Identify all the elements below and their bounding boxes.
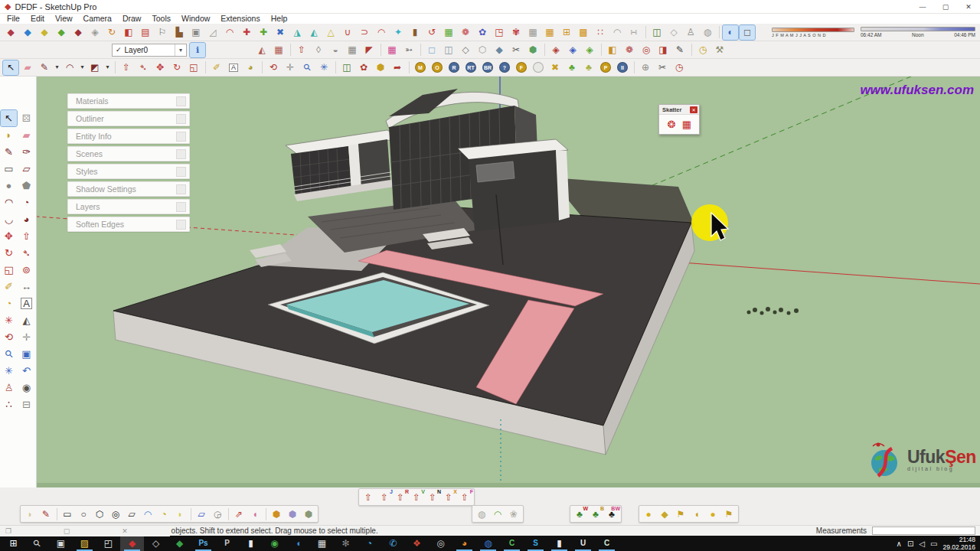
- tray-volume-icon[interactable]: ◁: [919, 540, 925, 548]
- 3d-text-tool[interactable]: ◭: [18, 312, 34, 328]
- cube-rainbow-icon[interactable]: ◧: [605, 43, 620, 57]
- shell-white-icon[interactable]: ❀: [506, 507, 521, 521]
- gold-sphere-icon[interactable]: ●: [641, 507, 656, 521]
- boxes-brown-icon[interactable]: ▙: [172, 25, 187, 40]
- link-icon[interactable]: ▣: [188, 25, 204, 40]
- protractor-tool[interactable]: ◔: [1, 295, 17, 311]
- r-plugin-button[interactable]: R: [446, 60, 462, 75]
- horseshoe-open-icon[interactable]: ⊃: [357, 25, 372, 40]
- taskbar-photoshop[interactable]: Ps: [191, 536, 215, 551]
- taskbar-file-explorer[interactable]: ▨: [73, 536, 96, 551]
- grid-orange-icon[interactable]: ▦: [542, 25, 557, 40]
- toolbar-icon[interactable]: [188, 507, 193, 521]
- p-plugin-button[interactable]: P: [598, 60, 613, 75]
- gold-cone-icon[interactable]: ⚑: [673, 507, 688, 521]
- shadow-toggle-icon[interactable]: ◻: [740, 25, 755, 40]
- cube-pencil-icon[interactable]: ✎: [672, 43, 688, 57]
- offset-arrow-icon[interactable]: ⇗: [231, 507, 247, 521]
- zoom-tool[interactable]: ⚲: [1, 346, 17, 362]
- panel-outliner[interactable]: Outliner: [67, 111, 190, 126]
- component-red-icon[interactable]: ◆: [3, 25, 18, 40]
- from-scratch-icon[interactable]: ▦: [271, 43, 286, 57]
- taskbar-sketchup[interactable]: ◆: [120, 536, 144, 551]
- taskbar-app-grid[interactable]: ▦: [310, 536, 334, 551]
- eraser-pink-icon[interactable]: ◖: [247, 507, 263, 521]
- door-green-icon[interactable]: ◫: [649, 25, 665, 40]
- gears-red-icon[interactable]: ❁: [458, 25, 473, 40]
- taskbar-utorrent[interactable]: ◉: [263, 536, 286, 551]
- f-plugin-button[interactable]: F: [514, 60, 529, 75]
- tray-chevron-icon[interactable]: ∧: [897, 540, 902, 548]
- toolbar-icon[interactable]: [203, 60, 207, 75]
- taskbar-app-blue-circle[interactable]: ◍: [476, 536, 500, 551]
- paint-bucket-tool-icon[interactable]: ◕: [243, 60, 258, 75]
- cone-yellow-icon[interactable]: △: [323, 25, 338, 40]
- axes-tool[interactable]: ✳: [1, 312, 17, 328]
- section-rotate-icon[interactable]: ◷: [671, 60, 687, 75]
- previous-view-tool[interactable]: ↶: [18, 363, 34, 379]
- follow-me-tool[interactable]: ➴: [18, 245, 34, 261]
- text-tool[interactable]: A: [18, 295, 34, 311]
- zoom-tool-icon[interactable]: ⚲: [299, 60, 315, 75]
- grid-dense-orange-icon[interactable]: ▩: [576, 25, 591, 40]
- m-plugin-button[interactable]: M: [413, 60, 428, 75]
- cube-green-pencil-icon[interactable]: ◈: [582, 43, 597, 57]
- offset-tool[interactable]: ⊚: [18, 262, 34, 278]
- raise-x-icon[interactable]: ⇧X: [441, 490, 456, 504]
- eraser-tool[interactable]: ▰: [18, 127, 34, 143]
- rt-plugin-button[interactable]: RT: [463, 60, 479, 75]
- grid-dots-icon[interactable]: ∺: [626, 25, 642, 40]
- box-purple-icon[interactable]: ⬢: [285, 507, 300, 521]
- pause-plugin-button[interactable]: II: [615, 60, 630, 75]
- toolbar-icon[interactable]: [54, 507, 59, 521]
- skatter-close-button[interactable]: ✕: [690, 106, 697, 113]
- panel-expand-button[interactable]: [176, 96, 186, 106]
- section-plane-tool[interactable]: ⊟: [18, 396, 34, 412]
- taskbar-app-circle[interactable]: ◎: [429, 536, 452, 551]
- hidden-line-style-icon[interactable]: ⬡: [475, 43, 490, 57]
- flag-icon[interactable]: ⚐: [155, 25, 170, 40]
- bucket-brown-icon[interactable]: ▮: [407, 25, 423, 40]
- minimize-button[interactable]: —: [911, 0, 934, 13]
- tray-notification-icon[interactable]: ▭: [930, 540, 937, 548]
- maximize-small-icon[interactable]: ▢: [61, 527, 72, 536]
- line-caret-icon[interactable]: ▾: [54, 60, 60, 75]
- toolbar-icon[interactable]: [407, 60, 411, 75]
- taskbar-store[interactable]: ◰: [96, 536, 120, 551]
- search-button[interactable]: ⚲: [25, 536, 49, 551]
- menu-item[interactable]: Draw: [117, 14, 147, 24]
- spiral-2d-icon[interactable]: ◶: [210, 507, 225, 521]
- panel-expand-button[interactable]: [176, 132, 186, 142]
- component-darkred-icon[interactable]: ◆: [70, 25, 86, 40]
- gold-dome-icon[interactable]: ◖: [689, 507, 704, 521]
- panel-entity-info[interactable]: Entity Info: [67, 129, 190, 144]
- toolbar-icon[interactable]: [689, 43, 694, 57]
- pair-blue-icon[interactable]: ✿: [475, 25, 490, 40]
- dimension-tool[interactable]: ↔: [18, 279, 34, 295]
- gradient-icon[interactable]: ▦: [384, 43, 400, 57]
- smoove-icon[interactable]: ⇧: [294, 43, 309, 57]
- toolbar-icon[interactable]: [226, 507, 230, 521]
- panel-soften-edges[interactable]: Soften Edges: [67, 217, 190, 232]
- br-plugin-button[interactable]: BR: [480, 60, 495, 75]
- component-outline-icon[interactable]: ◈: [87, 25, 103, 40]
- look-around-tool[interactable]: ◉: [18, 380, 34, 396]
- toolbar-icon[interactable]: [599, 43, 603, 57]
- freehand-tool[interactable]: ✑: [18, 144, 34, 160]
- wedge-2d-icon[interactable]: ◗: [172, 507, 188, 521]
- select-tool[interactable]: ↖: [1, 110, 17, 126]
- component-blue-icon[interactable]: ◆: [20, 25, 35, 40]
- component-yellow-icon[interactable]: ◆: [37, 25, 52, 40]
- taskbar-phone[interactable]: ✆: [381, 536, 405, 551]
- fence-plugin-icon[interactable]: ◫: [339, 60, 354, 75]
- toolbar-icon[interactable]: [643, 25, 648, 40]
- toolbar-icon[interactable]: [542, 43, 547, 57]
- taskbar-camtasia[interactable]: C: [500, 536, 524, 551]
- arc-2d-icon[interactable]: ◠: [140, 507, 155, 521]
- rectangle-tool-icon[interactable]: ◩: [87, 60, 103, 75]
- dots-red-icon[interactable]: ∷: [593, 25, 608, 40]
- gold-saucer-icon[interactable]: ◆: [657, 507, 672, 521]
- taskbar-firefox[interactable]: ◕: [452, 536, 476, 551]
- shadow-time-slider[interactable]: 06:42 AM Noon 04:46 PM: [861, 27, 975, 37]
- orbit-tool-icon[interactable]: ⟲: [266, 60, 281, 75]
